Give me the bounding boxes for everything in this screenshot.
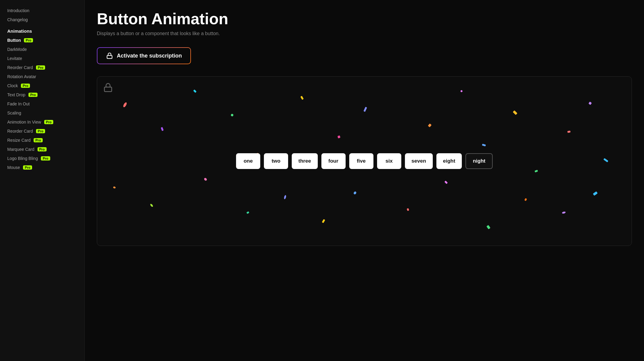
confetti-piece xyxy=(407,208,409,211)
activate-subscription-button[interactable]: Activate the subscription xyxy=(97,47,191,64)
demo-button-one[interactable]: one xyxy=(236,153,260,169)
page-title: Button Animation xyxy=(97,10,632,28)
sidebar-item-button[interactable]: ButtonPro xyxy=(0,36,84,45)
pro-badge-reorder-card: Pro xyxy=(36,65,45,70)
main-content: Button Animation Displays a button or a … xyxy=(85,0,644,361)
sidebar-item-marquee-card[interactable]: Marquee CardPro xyxy=(0,145,84,154)
confetti-piece xyxy=(337,135,340,138)
demo-button-two[interactable]: two xyxy=(264,153,288,169)
sidebar-item-levitate[interactable]: Levitate xyxy=(0,54,84,63)
sidebar-item-mouse[interactable]: MousePro xyxy=(0,163,84,172)
lock-icon xyxy=(106,52,113,59)
confetti-piece xyxy=(300,96,304,100)
confetti-piece xyxy=(193,89,196,93)
sidebar-item-resize-card[interactable]: Resize CardPro xyxy=(0,136,84,145)
confetti-piece xyxy=(593,191,598,196)
sidebar-item-reorder-card-2[interactable]: Reorder CardPro xyxy=(0,127,84,136)
demo-button-six[interactable]: six xyxy=(377,153,401,169)
confetti-piece xyxy=(428,124,432,128)
sidebar-item-darkmode[interactable]: DarkMode xyxy=(0,45,84,54)
demo-lock-icon xyxy=(103,83,113,94)
confetti-piece xyxy=(353,191,357,195)
confetti-piece xyxy=(231,114,233,116)
sidebar-item-rotation-avatar[interactable]: Rotation Avatar xyxy=(0,72,84,81)
demo-button-five[interactable]: five xyxy=(349,153,373,169)
pro-badge-button: Pro xyxy=(24,38,33,42)
confetti-piece xyxy=(524,198,527,201)
confetti-piece xyxy=(161,127,164,131)
confetti-piece xyxy=(486,225,490,229)
confetti-piece xyxy=(123,102,127,108)
demo-button-night[interactable]: night xyxy=(465,153,493,169)
pro-badge-animotion-in-view: Pro xyxy=(44,120,53,124)
demo-button-four[interactable]: four xyxy=(321,153,346,169)
confetti-piece xyxy=(204,177,208,181)
sidebar-item-animations-header[interactable]: Animations xyxy=(0,24,84,36)
demo-button-three[interactable]: three xyxy=(292,153,318,169)
pro-badge-reorder-card-2: Pro xyxy=(36,129,45,133)
demo-button-eight[interactable]: eight xyxy=(436,153,462,169)
sidebar-item-fade-in-out[interactable]: Fade In Out xyxy=(0,99,84,108)
page-subtitle: Displays a button or a component that lo… xyxy=(97,31,632,36)
confetti-piece xyxy=(562,211,566,214)
demo-button-seven[interactable]: seven xyxy=(405,153,433,169)
sidebar-item-scaling[interactable]: Scaling xyxy=(0,108,84,118)
pro-badge-marquee-card: Pro xyxy=(38,147,47,151)
sidebar-item-animotion-in-view[interactable]: Animotion In ViewPro xyxy=(0,118,84,127)
confetti-piece xyxy=(588,101,592,105)
sidebar-item-clock[interactable]: ClockPro xyxy=(0,81,84,90)
confetti-piece xyxy=(247,211,250,214)
svg-rect-1 xyxy=(104,87,112,92)
sidebar-item-reorder-card[interactable]: Reorder CardPro xyxy=(0,63,84,72)
pro-badge-logo-bling-bling: Pro xyxy=(41,156,50,161)
confetti-piece xyxy=(513,110,518,115)
demo-area: onetwothreefourfivesixseveneightnight xyxy=(97,76,632,246)
confetti-piece xyxy=(444,180,448,184)
sidebar-item-logo-bling-bling[interactable]: Logo Bling BlingPro xyxy=(0,154,84,163)
confetti-piece xyxy=(363,107,367,112)
pro-badge-resize-card: Pro xyxy=(34,138,43,142)
confetti-piece xyxy=(460,90,463,92)
sidebar: IntroductionChangelogAnimationsButtonPro… xyxy=(0,0,85,361)
pro-badge-mouse: Pro xyxy=(23,165,32,170)
confetti-piece xyxy=(284,195,286,199)
confetti-piece xyxy=(567,131,571,133)
confetti-piece xyxy=(482,144,486,147)
pro-badge-clock: Pro xyxy=(21,84,30,88)
confetti-piece xyxy=(603,158,608,162)
confetti-piece xyxy=(113,186,116,189)
demo-buttons-row: onetwothreefourfivesixseveneightnight xyxy=(236,153,493,169)
confetti-piece xyxy=(322,219,325,223)
sidebar-item-text-drop[interactable]: Text DropPro xyxy=(0,90,84,99)
sidebar-item-introduction[interactable]: Introduction xyxy=(0,6,84,15)
svg-rect-0 xyxy=(107,55,112,58)
pro-badge-text-drop: Pro xyxy=(28,93,38,97)
sidebar-item-changelog[interactable]: Changelog xyxy=(0,15,84,24)
confetti-piece xyxy=(534,170,538,172)
activate-button-label: Activate the subscription xyxy=(117,53,182,59)
confetti-piece xyxy=(150,203,153,207)
